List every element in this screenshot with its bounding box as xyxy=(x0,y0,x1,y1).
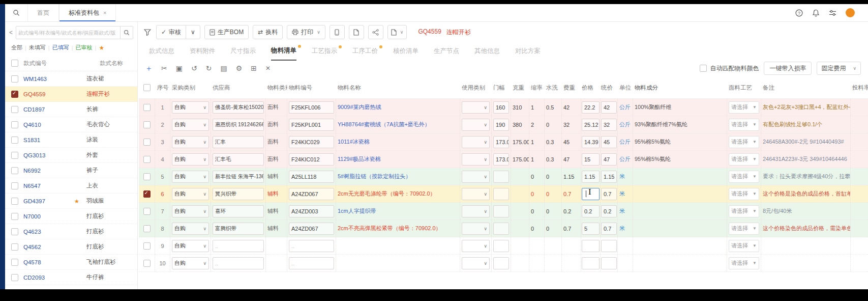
usage-type-select[interactable]: ∨ xyxy=(462,153,490,166)
style-checkbox[interactable] xyxy=(11,121,18,128)
mobile-preview-button[interactable] xyxy=(330,25,345,39)
row-checkbox[interactable] xyxy=(143,173,151,180)
material-name-link[interactable]: YH88764#蜜桃绒（7A抗菌+磨毛外） xyxy=(338,121,430,128)
style-code[interactable]: N6547 xyxy=(23,183,67,189)
material-code-input[interactable]: .. xyxy=(289,257,334,269)
style-code[interactable]: GD4397 xyxy=(23,198,67,204)
row-checkbox[interactable] xyxy=(143,104,151,111)
purchase-type-select[interactable]: 自购∨ xyxy=(172,119,209,131)
supplier-input[interactable]: 汇丰 xyxy=(213,136,264,148)
audit-button[interactable]: ✓ 审核 xyxy=(157,25,186,39)
width-input[interactable]: 173.0 xyxy=(493,153,509,166)
supplier-input[interactable]: 汇丰毛 xyxy=(213,153,264,166)
width-input[interactable] xyxy=(493,223,509,235)
style-checkbox[interactable] xyxy=(11,136,18,144)
filter-star-icon[interactable]: ★ xyxy=(99,44,104,51)
style-list-item[interactable]: Q4623 ★ 打底衫 xyxy=(5,224,137,239)
style-code[interactable]: GQ4559 xyxy=(23,91,67,97)
style-checkbox[interactable] xyxy=(11,182,18,189)
purchase-type-select[interactable]: 自购∨ xyxy=(172,240,209,252)
style-checkbox[interactable] xyxy=(11,274,18,281)
filter-audited[interactable]: 已审核 xyxy=(76,44,93,51)
share-button[interactable] xyxy=(368,25,383,39)
user-avatar[interactable] xyxy=(846,8,855,17)
widgets-icon[interactable]: ⊞ xyxy=(251,64,257,72)
style-checkbox[interactable] xyxy=(11,213,18,220)
detail-tab[interactable]: 核价清单 xyxy=(393,42,418,60)
production-bom-button[interactable]: 生产BOM xyxy=(204,25,249,39)
usage-type-select[interactable]: ∨ xyxy=(462,240,490,252)
close-tab-icon[interactable]: × xyxy=(103,10,106,16)
total-price-input[interactable]: 32 xyxy=(601,119,617,131)
style-code[interactable]: CD1897 xyxy=(23,106,67,113)
style-checkbox[interactable] xyxy=(11,167,18,174)
price-input[interactable]: 5 xyxy=(582,223,600,235)
select-all-checkbox[interactable] xyxy=(11,60,18,67)
tab-standard-data[interactable]: 标准资料包 × xyxy=(59,4,116,21)
total-price-input[interactable] xyxy=(601,257,617,269)
style-code[interactable]: N6992 xyxy=(23,168,67,174)
style-list-item[interactable]: Q4578 ★ 飞袖打底衫 xyxy=(5,255,137,270)
detail-tab[interactable]: 工序工价 xyxy=(352,42,378,60)
row-checkbox[interactable] xyxy=(143,121,151,128)
price-input[interactable]: 14.39 xyxy=(582,136,600,148)
supplier-input[interactable]: 富腾织带 xyxy=(213,223,264,235)
detail-tab[interactable]: 尺寸指示 xyxy=(230,42,256,60)
style-checkbox[interactable] xyxy=(11,228,18,235)
style-checkbox[interactable] xyxy=(11,289,18,290)
total-price-input[interactable]: 1.15 xyxy=(601,171,617,183)
style-list-item[interactable]: GQ4559 ★ 连帽开衫 xyxy=(5,87,137,102)
bell-icon[interactable] xyxy=(812,9,820,17)
style-list-item[interactable]: QG3013 ★ 外套 xyxy=(5,148,137,163)
width-input[interactable]: 190 xyxy=(493,119,509,131)
print-button[interactable]: 打印 ∨ xyxy=(287,25,325,39)
purchase-type-select[interactable]: 自购∨ xyxy=(172,153,209,166)
detail-tab[interactable]: 物料清单 xyxy=(271,42,296,61)
material-code-input[interactable]: F24KIC029 xyxy=(289,136,334,148)
material-code-input[interactable]: A25LL118 xyxy=(289,171,334,183)
detail-tab[interactable]: 工艺指示 xyxy=(312,42,337,60)
clipboard-icon[interactable]: ▤ xyxy=(220,64,227,72)
fabric-craft-select[interactable]: 请选择▼ xyxy=(729,119,759,131)
detail-tab[interactable]: 款式信息 xyxy=(149,42,174,60)
material-name-link[interactable]: 2cm不亮高弹黑松紧带（编号：70902.0） xyxy=(338,225,441,232)
price-input[interactable]: 0.2 xyxy=(582,205,600,217)
auto-match-checkbox[interactable] xyxy=(700,65,707,72)
fabric-craft-select[interactable]: 请选择▼ xyxy=(729,171,759,183)
filter-funnel-icon[interactable] xyxy=(144,29,151,36)
more-export-button[interactable]: ∨ xyxy=(387,25,407,39)
fabric-craft-select[interactable]: 请选择▼ xyxy=(729,240,759,252)
total-price-input[interactable]: 0.7 xyxy=(601,188,617,200)
fabric-craft-select[interactable]: 请选择▼ xyxy=(729,101,759,114)
material-name-link[interactable]: 9009#莱内磨热绒 xyxy=(338,103,381,111)
style-code[interactable]: Q4578 xyxy=(23,259,67,265)
supplier-input[interactable]: .. xyxy=(213,257,264,269)
supplier-input[interactable]: 惠恩纺织 191246266 xyxy=(213,119,264,131)
material-name-link[interactable]: 1cm人字提织带 xyxy=(338,207,376,215)
style-code[interactable]: QG3013 xyxy=(23,152,67,158)
usage-type-select[interactable]: ∨ xyxy=(462,257,490,269)
export-document-button[interactable] xyxy=(349,25,364,39)
detail-tab[interactable]: 资料附件 xyxy=(190,42,215,60)
price-input[interactable]: 25.12 xyxy=(582,119,600,131)
style-list-item[interactable]: WM1463 ★ 连衣裙 xyxy=(5,71,137,87)
style-code[interactable]: N7000 xyxy=(23,213,67,220)
total-price-input[interactable] xyxy=(601,240,617,252)
style-list-item[interactable]: Q4610 ★ 毛衣背心 xyxy=(5,117,137,132)
price-input[interactable] xyxy=(582,257,600,269)
style-list-item[interactable]: Q4562 ★ 打底衫 xyxy=(5,239,137,255)
style-checkbox[interactable] xyxy=(11,91,18,98)
material-code-input[interactable]: A24ZD067 xyxy=(289,223,334,235)
usage-type-select[interactable]: ∨ xyxy=(462,171,490,183)
fabric-craft-select[interactable]: 请选择▼ xyxy=(729,257,759,269)
style-list-item[interactable]: N6547 ★ 上衣 xyxy=(5,178,137,194)
apply-loss-button[interactable]: 一键带入损率 xyxy=(764,62,812,75)
fabric-craft-select[interactable]: 请选择▼ xyxy=(729,136,759,148)
usage-type-select[interactable]: ∨ xyxy=(462,188,490,200)
style-list-item[interactable]: QG2945 ★ 羽绒服 xyxy=(5,285,137,289)
material-code-input[interactable]: F25KPL001 xyxy=(289,119,334,131)
redo-icon[interactable]: ↻ xyxy=(206,64,212,72)
undo-icon[interactable]: ↺ xyxy=(191,64,197,72)
fabric-craft-select[interactable]: 请选择▼ xyxy=(729,223,759,235)
price-input[interactable]: 15 xyxy=(582,153,600,166)
